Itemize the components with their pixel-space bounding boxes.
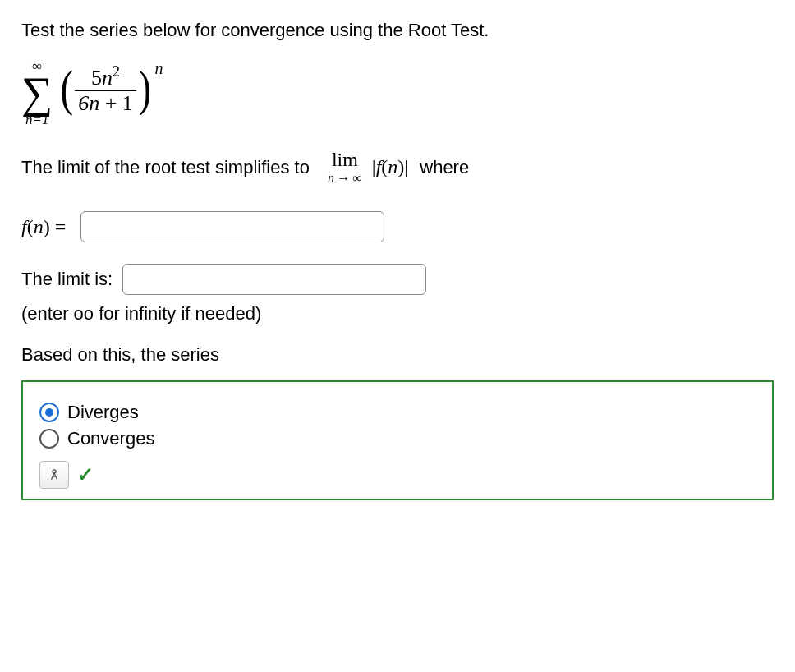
numer-var: n: [102, 66, 113, 90]
based-text: Based on this, the series: [21, 344, 774, 366]
numer-exp: 2: [113, 63, 120, 80]
outer-exponent: n: [154, 59, 163, 78]
retry-button[interactable]: [39, 461, 69, 489]
question-prompt: Test the series below for convergence us…: [21, 18, 774, 43]
option-converges-label: Converges: [67, 428, 154, 449]
answer-box: Diverges Converges ✓: [21, 380, 774, 500]
wand-icon: [48, 468, 61, 481]
fn-label: f(n) =: [21, 216, 66, 238]
lim-inf: ∞: [352, 171, 361, 185]
lim-var: n: [328, 171, 334, 185]
lim-arrow: →: [337, 171, 350, 185]
radio-converges[interactable]: [39, 429, 59, 449]
hint-text: (enter oo for infinity if needed): [21, 303, 774, 324]
limit-row: The limit is:: [21, 264, 774, 295]
lim-label: lim: [332, 150, 358, 169]
check-icon: ✓: [77, 463, 94, 486]
series-expression: ∞ ∑ n=1 ( 5n2 6n + 1 ) n: [21, 59, 774, 127]
limit-label: The limit is:: [21, 269, 113, 290]
abs-close: |: [404, 156, 408, 177]
left-paren: (: [60, 69, 72, 108]
fraction: 5n2 6n + 1: [75, 63, 136, 115]
root-test-line: The limit of the root test simplifies to…: [21, 150, 774, 185]
option-diverges[interactable]: Diverges: [39, 402, 756, 423]
fn-input[interactable]: [80, 211, 384, 242]
sigma-lower: n=1: [25, 112, 48, 127]
root-text-before: The limit of the root test simplifies to: [21, 157, 310, 178]
radio-diverges[interactable]: [39, 403, 59, 422]
limit-input[interactable]: [122, 264, 426, 295]
abs-var: n: [388, 156, 398, 177]
option-converges[interactable]: Converges: [39, 428, 756, 449]
sigma-symbol: ∑: [21, 73, 53, 113]
numer-coeff: 5: [91, 66, 102, 90]
limit-expression: lim n → ∞: [328, 150, 362, 185]
fn-row: f(n) =: [21, 211, 774, 242]
root-text-after: where: [420, 157, 469, 178]
right-paren: ): [138, 69, 150, 108]
option-diverges-label: Diverges: [67, 402, 139, 423]
